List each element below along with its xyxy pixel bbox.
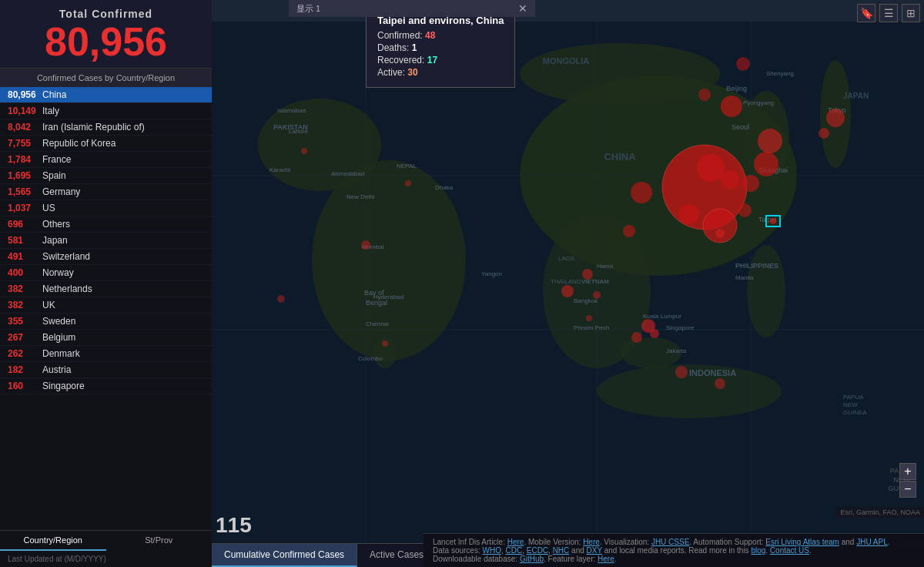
svg-text:NEW: NEW	[843, 401, 858, 408]
country-item[interactable]: 1,037US	[0, 200, 212, 216]
tab-country-region[interactable]: Country/Region	[0, 531, 106, 551]
info-link-feature[interactable]: Here	[598, 555, 614, 563]
svg-text:Yangon: Yangon	[481, 270, 502, 277]
country-item[interactable]: 10,149Italy	[0, 103, 212, 119]
zoom-out-button[interactable]: −	[899, 481, 916, 498]
country-count: 7,755	[8, 138, 42, 149]
sidebar: Total Confirmed 80,956 Confirmed Cases b…	[0, 0, 212, 567]
svg-point-88	[586, 315, 592, 321]
svg-point-59	[721, 96, 742, 117]
svg-text:Shenyang: Shenyang	[766, 70, 794, 77]
country-item[interactable]: 382Netherlands	[0, 281, 212, 297]
info-link-who[interactable]: WHO	[482, 546, 500, 555]
country-item[interactable]: 355Sweden	[0, 314, 212, 330]
svg-point-10	[258, 99, 381, 191]
svg-text:Lahore: Lahore	[289, 128, 308, 135]
svg-point-65	[721, 170, 739, 189]
svg-point-87	[382, 341, 388, 347]
zoom-controls: + −	[899, 463, 916, 498]
svg-text:LAOS: LAOS	[558, 255, 574, 262]
info-link-mobile[interactable]: Here	[583, 538, 600, 546]
info-text-lancet: Lancet Inf Dis Article:	[433, 538, 507, 546]
country-item[interactable]: 182Austria	[0, 362, 212, 378]
country-count: 581	[8, 235, 42, 246]
zoom-in-button[interactable]: +	[899, 463, 916, 480]
svg-text:THAILAND: THAILAND	[551, 278, 581, 285]
popup-close-button[interactable]: ✕	[518, 2, 527, 15]
country-count: 355	[8, 316, 42, 327]
info-link-nhc[interactable]: NHC	[553, 546, 570, 555]
country-item[interactable]: 1,565Germany	[0, 184, 212, 200]
svg-text:Pyongyang: Pyongyang	[743, 99, 774, 106]
tab-st-prov[interactable]: St/Prov	[106, 531, 213, 551]
country-count: 400	[8, 267, 42, 278]
svg-text:Bengal: Bengal	[366, 299, 387, 307]
country-item[interactable]: 400Norway	[0, 265, 212, 281]
info-link-cdc[interactable]: CDC	[506, 546, 523, 555]
svg-point-68	[698, 89, 711, 101]
svg-point-81	[631, 332, 642, 343]
tooltip-recovered: Recovered: 17	[377, 55, 504, 65]
info-link-github[interactable]: GitHub	[520, 555, 544, 563]
country-item[interactable]: 1,695Spain	[0, 168, 212, 184]
country-item[interactable]: 262Denmark	[0, 346, 212, 362]
popup-title: 显示 1	[296, 3, 320, 15]
popup-header: 显示 1 ✕	[289, 0, 535, 17]
info-link-jhuapl[interactable]: JHU APL	[856, 538, 888, 546]
svg-text:Manila: Manila	[735, 274, 754, 281]
map-top-icons: 🔖 ☰ ⊞	[857, 4, 920, 22]
country-item[interactable]: 1,784France	[0, 152, 212, 168]
map-tooltip: Taipei and environs, China Confirmed: 48…	[366, 6, 515, 88]
svg-point-70	[758, 129, 782, 153]
svg-point-60	[754, 152, 778, 176]
country-count: 382	[8, 300, 42, 310]
svg-point-80	[593, 291, 601, 299]
svg-point-83	[715, 378, 725, 389]
tab-cumulative-confirmed[interactable]: Cumulative Confirmed Cases	[212, 544, 357, 567]
tooltip-active-label: Active:	[377, 67, 405, 78]
country-count: 80,956	[8, 89, 42, 100]
total-confirmed-number: 80,956	[12, 20, 200, 64]
country-item[interactable]: 267Belgium	[0, 330, 212, 346]
svg-text:INDONESIA: INDONESIA	[689, 368, 736, 377]
info-link-article[interactable]: Here	[507, 538, 524, 546]
svg-point-72	[819, 128, 829, 139]
country-item[interactable]: 581Japan	[0, 233, 212, 249]
country-item[interactable]: 382UK	[0, 297, 212, 314]
list-icon[interactable]: ☰	[879, 4, 898, 22]
country-name: Austria	[42, 364, 71, 375]
map-container[interactable]: MONGOLIA CHINA JAPAN Tokyo Beijing Seoul…	[212, 0, 924, 567]
tooltip-active-value: 30	[407, 67, 417, 78]
svg-text:CHINA: CHINA	[604, 151, 636, 163]
total-confirmed-label: Total Confirmed	[12, 8, 200, 20]
svg-text:Beijing: Beijing	[726, 85, 747, 92]
svg-point-61	[742, 175, 759, 192]
country-list: 80,956China10,149Italy8,042Iran (Islamic…	[0, 87, 212, 530]
info-link-blog[interactable]: blog	[751, 546, 765, 555]
tooltip-confirmed-label: Confirmed:	[377, 30, 423, 41]
qr-icon[interactable]: ⊞	[902, 4, 920, 22]
info-link-contact[interactable]: Contact US	[770, 546, 809, 555]
country-item[interactable]: 696Others	[0, 216, 212, 233]
country-item[interactable]: 160Singapore	[0, 378, 212, 394]
country-item[interactable]: 80,956China	[0, 87, 212, 103]
info-text-media: and local media reports. Read more in th…	[602, 546, 751, 555]
sidebar-tabs-row: Country/Region St/Prov	[0, 530, 212, 551]
info-link-ecdc[interactable]: ECDC	[527, 546, 548, 555]
country-item[interactable]: 8,042Iran (Islamic Republic of)	[0, 119, 212, 136]
bookmark-icon[interactable]: 🔖	[857, 4, 875, 22]
country-name: Netherlands	[42, 284, 92, 294]
country-count: 1,784	[8, 154, 42, 165]
svg-text:Colombo: Colombo	[358, 355, 383, 362]
svg-point-64	[631, 182, 652, 203]
svg-text:MONGOLIA: MONGOLIA	[543, 56, 590, 65]
info-link-jhucsse[interactable]: JHU CSSE	[651, 538, 689, 546]
info-text-viz: . Visualization:	[600, 538, 651, 546]
svg-text:Jakarta: Jakarta	[666, 347, 687, 354]
country-item[interactable]: 491Switzerland	[0, 249, 212, 265]
info-link-dxy[interactable]: DXY	[587, 546, 602, 555]
info-link-esri[interactable]: Esri Living Atlas team	[765, 538, 839, 546]
svg-text:Karachi: Karachi	[270, 166, 290, 173]
country-item[interactable]: 7,755Republic of Korea	[0, 136, 212, 152]
country-name: China	[42, 89, 66, 100]
